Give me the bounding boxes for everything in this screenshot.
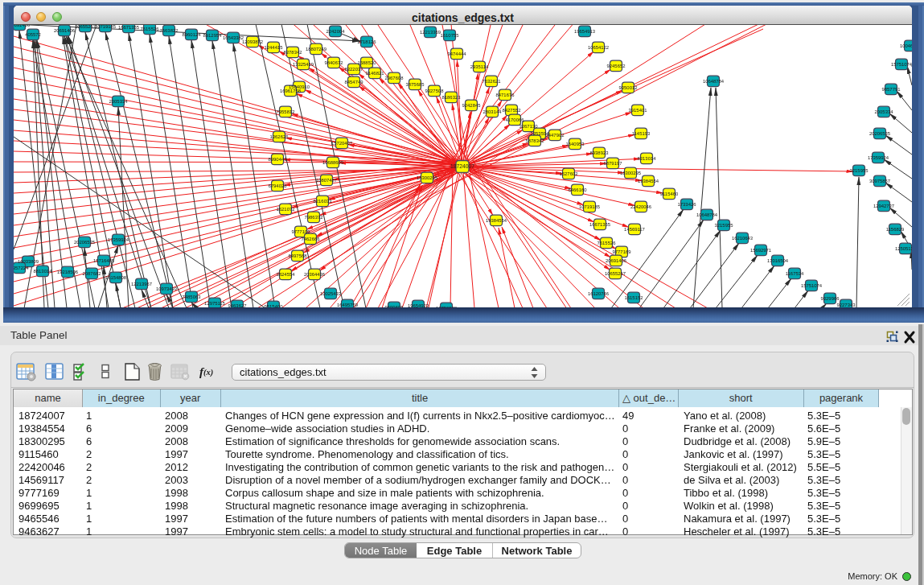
svg-text:20691406: 20691406 — [14, 25, 31, 27]
svg-text:6497568: 6497568 — [289, 253, 308, 258]
svg-text:3915401: 3915401 — [629, 108, 647, 113]
svg-text:16671355: 16671355 — [118, 25, 140, 30]
svg-text:7955812: 7955812 — [277, 109, 295, 114]
svg-text:7632621: 7632621 — [483, 79, 501, 84]
svg-text:7462666: 7462666 — [302, 237, 321, 241]
svg-text:14569117: 14569117 — [624, 227, 645, 232]
svg-text:18300295: 18300295 — [620, 171, 642, 175]
svg-text:16671355: 16671355 — [589, 222, 611, 227]
svg-text:17016504: 17016504 — [767, 258, 789, 263]
svg-text:2718126: 2718126 — [358, 39, 377, 44]
svg-text:3824554: 3824554 — [277, 272, 296, 277]
svg-text:8378342: 8378342 — [284, 50, 302, 55]
svg-text:16210643: 16210643 — [732, 236, 754, 241]
svg-text:9840672: 9840672 — [325, 60, 343, 65]
svg-text:1615152: 1615152 — [625, 295, 643, 300]
svg-text:1447902: 1447902 — [546, 133, 565, 138]
svg-text:8813014: 8813014 — [34, 269, 53, 274]
svg-text:3215955: 3215955 — [850, 168, 869, 173]
svg-text:12505135: 12505135 — [895, 246, 912, 251]
svg-text:1527602: 1527602 — [560, 171, 578, 176]
svg-text:2935114: 2935114 — [470, 64, 489, 69]
svg-text:10654122: 10654122 — [588, 45, 609, 50]
svg-text:4170066: 4170066 — [506, 117, 525, 122]
svg-text:8471676: 8471676 — [496, 93, 515, 97]
svg-text:10807487: 10807487 — [316, 178, 337, 183]
svg-text:(x): (x) — [203, 368, 213, 377]
svg-text:10648784: 10648784 — [696, 212, 718, 217]
svg-text:10648784: 10648784 — [703, 79, 725, 84]
svg-text:15720407: 15720407 — [331, 141, 352, 146]
svg-text:18724007: 18724007 — [450, 163, 474, 169]
svg-text:15751074: 15751074 — [891, 62, 912, 67]
svg-text:9463627: 9463627 — [228, 303, 247, 307]
svg-text:1610755: 1610755 — [441, 33, 460, 38]
svg-text:17359924: 17359924 — [868, 155, 889, 160]
svg-text:2005334: 2005334 — [875, 109, 894, 114]
svg-text:7663822: 7663822 — [160, 28, 179, 33]
svg-text:20364436: 20364436 — [304, 272, 326, 277]
svg-text:19654913: 19654913 — [574, 29, 596, 34]
svg-text:1362625: 1362625 — [270, 134, 290, 139]
svg-text:3875685: 3875685 — [406, 82, 425, 87]
svg-text:19654923: 19654923 — [408, 303, 429, 307]
svg-text:10973493: 10973493 — [156, 286, 178, 291]
svg-text:10655267: 10655267 — [75, 25, 96, 29]
svg-text:2087682: 2087682 — [83, 271, 101, 276]
svg-text:7615526: 7615526 — [598, 241, 617, 245]
svg-text:1156829: 1156829 — [886, 227, 905, 232]
svg-text:8938923: 8938923 — [590, 150, 610, 155]
svg-text:15692971: 15692971 — [750, 248, 771, 253]
svg-text:7986372: 7986372 — [305, 215, 323, 220]
svg-text:30975857: 30975857 — [869, 179, 890, 183]
svg-text:8960124: 8960124 — [183, 32, 202, 37]
svg-text:8322037: 8322037 — [345, 67, 363, 72]
svg-text:12213369: 12213369 — [420, 30, 441, 35]
svg-text:8912954: 8912954 — [203, 33, 223, 38]
svg-text:2242004: 2242004 — [326, 29, 346, 34]
svg-text:7485063: 7485063 — [183, 295, 202, 299]
svg-text:10655267: 10655267 — [605, 271, 626, 276]
svg-text:2005334: 2005334 — [109, 99, 129, 104]
svg-text:9242845: 9242845 — [462, 103, 482, 108]
svg-text:12213967: 12213967 — [131, 282, 152, 286]
svg-text:6879197: 6879197 — [604, 161, 622, 166]
svg-text:6466160: 6466160 — [569, 187, 588, 192]
svg-text:3215955: 3215955 — [715, 223, 734, 228]
svg-text:18807249: 18807249 — [306, 47, 326, 51]
svg-text:12975115: 12975115 — [204, 301, 225, 306]
svg-text:9329966: 9329966 — [821, 296, 840, 301]
svg-text:9327508: 9327508 — [425, 89, 445, 93]
svg-text:10025433: 10025433 — [320, 291, 342, 296]
svg-text:16154808: 16154808 — [105, 275, 127, 280]
svg-text:8313014: 8313014 — [638, 156, 657, 161]
svg-text:1167534: 1167534 — [786, 271, 804, 276]
svg-text:9350012: 9350012 — [619, 85, 638, 90]
svg-text:20206535: 20206535 — [74, 240, 96, 245]
svg-text:8454749: 8454749 — [345, 80, 363, 84]
svg-text:9227343: 9227343 — [837, 303, 856, 307]
svg-text:19218506: 19218506 — [57, 270, 79, 274]
svg-text:6794028: 6794028 — [269, 183, 288, 188]
svg-text:1733426: 1733426 — [678, 202, 697, 207]
svg-text:19384554: 19384554 — [638, 179, 659, 183]
svg-text:18300295: 18300295 — [417, 175, 438, 180]
svg-text:1621072: 1621072 — [277, 207, 295, 212]
svg-text:12942737: 12942737 — [873, 204, 894, 208]
svg-text:8427552: 8427552 — [503, 108, 521, 113]
svg-text:22420046: 22420046 — [630, 204, 652, 209]
svg-text:17359924: 17359924 — [108, 237, 129, 242]
svg-text:10719185: 10719185 — [579, 204, 601, 209]
svg-text:10756928: 10756928 — [436, 306, 458, 307]
svg-text:9777169: 9777169 — [613, 249, 631, 254]
svg-text:16033809: 16033809 — [18, 259, 39, 264]
svg-text:8186323: 8186323 — [442, 95, 462, 100]
svg-text:9115460: 9115460 — [660, 192, 679, 196]
svg-text:10688609: 10688609 — [322, 160, 343, 165]
svg-text:9777109: 9777109 — [292, 229, 310, 234]
svg-text:19384554: 19384554 — [486, 218, 507, 223]
svg-text:12093872: 12093872 — [242, 39, 263, 44]
svg-text:8990443: 8990443 — [269, 157, 288, 162]
svg-text:20206535: 20206535 — [869, 131, 891, 136]
svg-text:16961758: 16961758 — [280, 89, 302, 93]
